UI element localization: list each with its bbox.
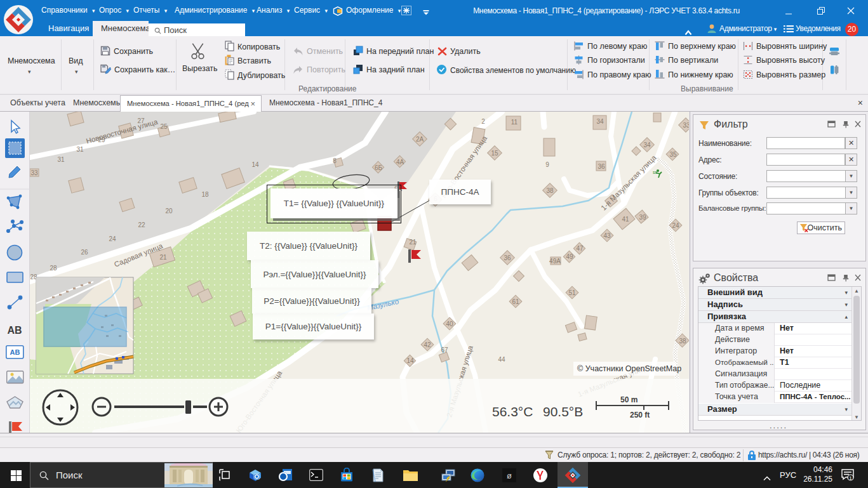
svg-text:41: 41: [622, 216, 629, 223]
svg-text:56.3°C: 56.3°C: [492, 404, 533, 419]
svg-text:ø: ø: [507, 471, 512, 480]
svg-text:6Б: 6Б: [375, 164, 383, 171]
svg-text:43: 43: [603, 232, 611, 239]
svg-text:21: 21: [159, 254, 167, 261]
svg-text:250 ft: 250 ft: [630, 411, 650, 419]
svg-text:34: 34: [643, 142, 651, 148]
svg-text:ss: ss: [653, 170, 658, 175]
svg-text:AB: AB: [7, 325, 22, 336]
svg-text:© Участники OpenStreetMap: © Участники OpenStreetMap: [577, 364, 681, 373]
svg-text:38: 38: [546, 187, 554, 194]
svg-text:15: 15: [491, 150, 498, 157]
svg-text:36: 36: [598, 163, 605, 170]
svg-text:11: 11: [511, 119, 518, 126]
svg-text:9: 9: [545, 161, 549, 168]
svg-text:51: 51: [568, 289, 576, 296]
svg-text:42: 42: [424, 341, 431, 348]
svg-text:31: 31: [57, 156, 65, 163]
svg-text:39: 39: [639, 214, 646, 221]
svg-text:47: 47: [576, 245, 584, 252]
svg-text:AB: AB: [10, 348, 20, 356]
svg-text:1: 1: [849, 475, 852, 481]
svg-text:8: 8: [333, 157, 337, 164]
svg-text:31: 31: [76, 146, 84, 153]
svg-text:4A: 4A: [396, 159, 404, 166]
svg-text:33: 33: [683, 122, 689, 129]
svg-text:44: 44: [498, 356, 505, 363]
svg-text:33: 33: [30, 169, 38, 176]
svg-text:20: 20: [165, 208, 173, 214]
svg-text:14: 14: [251, 161, 259, 168]
svg-text:2A: 2A: [416, 136, 424, 143]
svg-text:50 m: 50 m: [620, 395, 638, 404]
svg-text:21: 21: [409, 239, 417, 246]
svg-text:26: 26: [81, 249, 88, 256]
svg-text:25: 25: [160, 123, 168, 130]
svg-text:22: 22: [138, 221, 145, 228]
svg-text:67: 67: [441, 346, 448, 353]
svg-text:24: 24: [672, 222, 679, 229]
svg-text:14: 14: [406, 357, 414, 364]
svg-text:2: 2: [481, 118, 485, 125]
svg-text:34: 34: [596, 118, 604, 125]
svg-text:90.5°В: 90.5°В: [543, 404, 583, 419]
svg-text:24: 24: [109, 235, 116, 242]
svg-text:28: 28: [50, 265, 57, 272]
svg-text:36: 36: [504, 254, 511, 261]
svg-text:38: 38: [679, 338, 686, 345]
svg-text:49A: 49A: [549, 258, 561, 265]
svg-text:49: 49: [566, 253, 573, 260]
svg-text:61: 61: [512, 298, 519, 305]
svg-text:18: 18: [201, 191, 209, 198]
svg-text:40: 40: [446, 320, 453, 327]
svg-text:35: 35: [669, 151, 677, 158]
